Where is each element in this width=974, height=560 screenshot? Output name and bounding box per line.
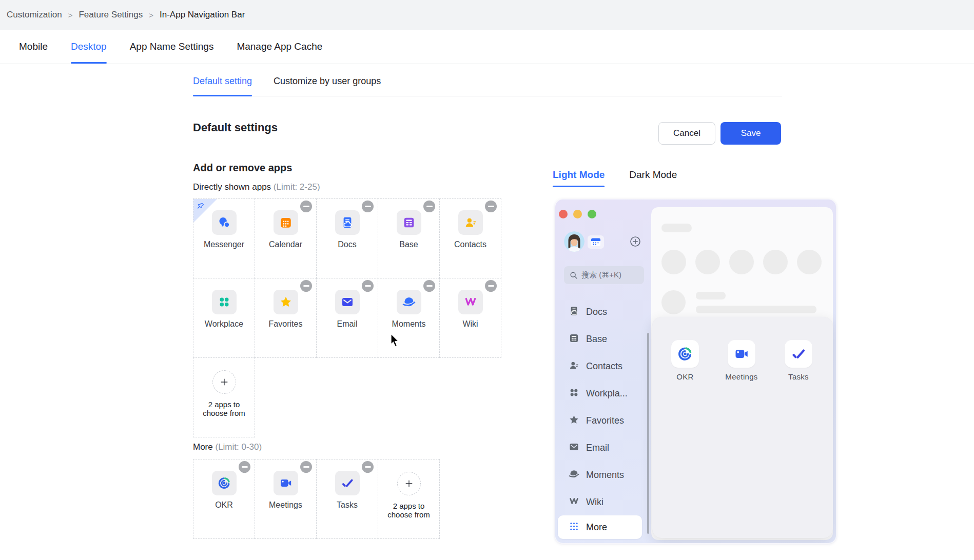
add-workspace-icon[interactable] [629,235,641,248]
app-tile-workplace[interactable]: Workplace [193,278,255,358]
remove-app-button[interactable] [362,280,374,292]
avatar[interactable] [564,231,585,252]
preview-nav-base[interactable]: Base [555,326,651,353]
preview-nav-workplace[interactable]: Workpla... [555,380,651,407]
breadcrumb-feature-settings[interactable]: Feature Settings [79,10,143,20]
tab-app-name-settings[interactable]: App Name Settings [130,30,214,64]
directly-shown-apps-caption: Directly shown apps (Limit: 2-25) [193,182,320,192]
preview-nav-contacts[interactable]: Contacts [555,353,651,380]
mouse-cursor [390,333,401,351]
preview-nav-more[interactable]: More [558,515,642,539]
workplace-icon [212,290,237,314]
save-button[interactable]: Save [720,122,781,145]
app-tile-moments[interactable]: Moments [378,278,440,358]
tasks-icon [785,340,812,368]
preview-nav-favorites[interactable]: Favorites [555,407,651,434]
cancel-button[interactable]: Cancel [658,122,715,145]
app-tile-calendar[interactable]: Calendar [255,198,317,278]
more-apps-grid: OKR Meetings Tasks 2 apps to choose from [193,459,440,539]
remove-app-button[interactable] [300,461,312,473]
preview-sidebar-nav: Docs Base Contacts Workpla... Favorites … [555,298,651,516]
directly-shown-apps-label: Directly shown apps [193,182,271,192]
app-tile-favorites[interactable]: Favorites [255,278,317,358]
tab-mobile[interactable]: Mobile [19,30,48,64]
add-apps-label: 2 apps to choose from [193,400,255,417]
add-apps-tile[interactable]: 2 apps to choose from [193,357,255,437]
remove-app-button[interactable] [239,461,250,473]
preview-nav-docs[interactable]: Docs [555,298,651,326]
admin-console-page: { "breadcrumb": { "separator": ">", "ite… [0,0,974,560]
app-name: Base [379,240,438,249]
app-tile-wiki[interactable]: Wiki [439,278,501,358]
tab-manage-app-cache[interactable]: Manage App Cache [237,30,322,64]
app-name: Messenger [194,240,254,249]
app-tile-docs[interactable]: Docs [316,198,378,278]
content-skeleton-pill [661,224,692,232]
remove-app-button[interactable] [485,280,497,292]
breadcrumb-separator: > [149,11,153,19]
app-name: Wiki [441,319,500,329]
okr-icon [212,471,237,495]
plus-icon [397,472,421,495]
add-apps-tile[interactable]: 2 apps to choose from [378,459,440,539]
preview-nav-wiki[interactable]: Wiki [555,489,651,516]
favorites-icon [569,414,579,427]
content-skeleton-bar [696,306,816,313]
app-tile-meetings[interactable]: Meetings [255,459,317,539]
app-tile-tasks[interactable]: Tasks [316,459,378,539]
moments-icon [397,290,421,314]
remove-app-button[interactable] [423,201,435,212]
breadcrumb-customization[interactable]: Customization [7,10,62,20]
preview-nav-moments[interactable]: Moments [555,462,651,489]
app-name: Favorites [256,319,315,329]
search-input[interactable]: 搜索 (⌘+K) [564,266,644,284]
app-name: Calendar [256,240,315,249]
remove-app-button[interactable] [362,461,374,473]
app-tile-base[interactable]: Base [378,198,440,278]
app-name: Meetings [256,501,315,510]
wiki-icon [458,290,483,314]
app-name: Workplace [194,319,254,329]
app-name: OKR [194,501,254,510]
remove-app-button[interactable] [300,201,312,212]
content-skeleton-circle [661,290,686,314]
preview-scrollbar[interactable] [647,333,649,534]
app-tile-okr[interactable]: OKR [193,459,255,539]
tab-desktop[interactable]: Desktop [71,30,107,64]
directly-shown-apps-limit: (Limit: 2-25) [274,182,320,192]
navigation-preview-card: 搜索 (⌘+K) Docs Base Contacts Workpla... F… [555,199,836,544]
remove-app-button[interactable] [362,201,374,212]
subtab-customize-by-user-groups[interactable]: Customize by user groups [274,76,381,96]
tab-dark-mode[interactable]: Dark Mode [629,169,677,187]
content-skeleton-circle [661,250,686,274]
content-skeleton-circle [763,250,788,274]
email-icon [335,290,360,314]
more-apps-caption: More (Limit: 0-30) [193,442,262,452]
workplace-icon [569,387,579,400]
breadcrumb: Customization > Feature Settings > In-Ap… [0,0,974,30]
remove-app-button[interactable] [423,280,435,292]
popup-app-okr[interactable]: OKR [659,340,711,381]
dots-grid-icon [569,521,579,534]
content-skeleton-circle [695,250,720,274]
subtab-default-setting[interactable]: Default setting [193,76,252,96]
remove-app-button[interactable] [485,201,497,212]
popup-app-tasks[interactable]: Tasks [773,340,824,381]
app-tile-messenger[interactable]: Messenger [193,198,255,278]
app-tile-email[interactable]: Email [316,278,378,358]
mini-calendar-icon[interactable] [588,235,604,249]
docs-icon [335,210,360,235]
contacts-icon [458,210,483,235]
more-apps-label: More [193,442,213,452]
app-tile-contacts[interactable]: Contacts [439,198,501,278]
setting-subtabs: Default setting Customize by user groups [193,76,782,96]
remove-app-button[interactable] [300,280,312,292]
breadcrumb-current-page: In-App Navigation Bar [160,10,245,20]
directly-apps-grid: Messenger Calendar Docs Base Contacts Wo… [193,199,501,437]
tab-light-mode[interactable]: Light Mode [553,169,605,187]
app-name: Moments [379,319,438,329]
preview-nav-email[interactable]: Email [555,434,651,462]
moments-icon [569,469,579,482]
popup-app-meetings[interactable]: Meetings [716,340,767,381]
more-apps-limit: (Limit: 0-30) [215,442,262,452]
